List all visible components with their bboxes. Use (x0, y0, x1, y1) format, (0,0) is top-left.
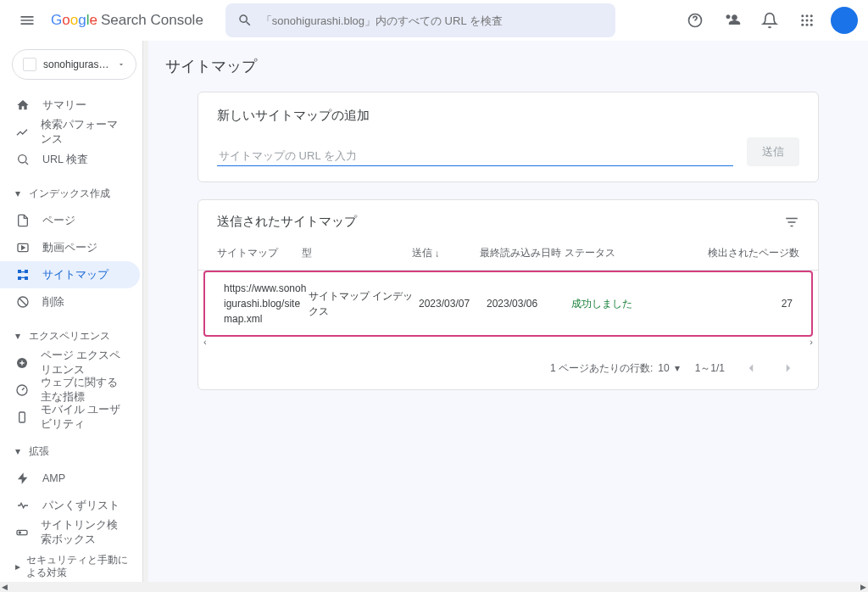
section-label: インデックス作成 (29, 187, 110, 200)
cell-status: 成功しました (571, 296, 656, 311)
menu-button[interactable] (10, 3, 44, 37)
nav-label: URL 検査 (42, 153, 88, 167)
sitemap-icon (15, 268, 31, 282)
apps-icon (799, 13, 815, 28)
nav-amp[interactable]: AMP (0, 465, 140, 492)
svg-point-4 (801, 20, 804, 22)
svg-line-15 (19, 299, 26, 305)
nav-label: サマリー (42, 98, 86, 113)
property-selector[interactable]: sonohigurashi.blog (12, 49, 136, 80)
cell-sent: 2023/03/07 (419, 296, 487, 311)
col-sitemap[interactable]: サイトマップ (217, 247, 302, 260)
table-header-row: サイトマップ 型 送信↓ 最終読み込み日時 ステータス 検出されたページ数 (198, 237, 818, 271)
filter-icon (784, 215, 799, 230)
product-name: Search Console (101, 12, 203, 29)
cell-sitemap: https://www.sonohigurashi.blog/sitemap.x… (224, 281, 309, 327)
nav-label: ページ (42, 214, 75, 228)
nav-section-indexing[interactable]: ▾ インデックス作成 (0, 180, 148, 207)
nav-section-security[interactable]: ▸ セキュリティと手動による対策 (0, 553, 148, 580)
cell-last-read: 2023/03/06 (487, 296, 571, 311)
nav-label: ウェブに関する主な指標 (41, 376, 125, 405)
table-row[interactable]: https://www.sonohigurashi.blog/sitemap.x… (205, 272, 811, 335)
dropdown-icon (117, 60, 125, 69)
chevron-down-icon: ▾ (15, 187, 24, 199)
page-range: 1～1/1 (695, 361, 725, 376)
notifications-button[interactable] (753, 3, 787, 37)
col-type[interactable]: 型 (302, 247, 412, 260)
chevron-right-icon: ▸ (15, 561, 21, 572)
nav-mobile-usability[interactable]: モバイル ユーザビリティ (0, 404, 140, 431)
nav-breadcrumbs[interactable]: パンくずリスト (0, 492, 140, 519)
col-sent[interactable]: 送信↓ (412, 247, 480, 260)
search-box-icon (15, 526, 29, 539)
nav-video-pages[interactable]: 動画ページ (0, 234, 140, 261)
home-icon (15, 98, 31, 112)
search-icon (237, 13, 253, 28)
col-status[interactable]: ステータス (565, 247, 649, 260)
property-name: sonohigurashi.blog (43, 59, 110, 70)
nav-removals[interactable]: 削除 (0, 288, 140, 316)
svg-rect-18 (19, 412, 25, 422)
col-pages[interactable]: 検出されたページ数 (649, 247, 799, 260)
nav-label: サイトリンク検索ボックス (41, 518, 125, 547)
svg-point-20 (19, 532, 20, 533)
dropdown-icon[interactable]: ▾ (675, 362, 680, 374)
help-icon (687, 12, 704, 29)
bolt-icon (15, 472, 31, 485)
google-logo: Google (51, 12, 97, 29)
nav-sitelinks[interactable]: サイトリンク検索ボックス (0, 519, 140, 546)
chart-icon (15, 126, 29, 139)
cell-type: サイトマップ インデックス (309, 288, 419, 319)
chevron-down-icon: ▾ (15, 445, 24, 457)
card-title: 新しいサイトマップの追加 (217, 108, 799, 124)
card-title: 送信されたサイトマップ (217, 214, 357, 230)
prev-page-button[interactable] (740, 357, 762, 379)
sitemap-url-input[interactable] (217, 146, 733, 166)
nav-core-web-vitals[interactable]: ウェブに関する主な指標 (0, 377, 140, 404)
filter-button[interactable] (784, 215, 799, 230)
search-icon (15, 153, 31, 166)
h-scrollbar[interactable]: ‹› (198, 337, 818, 347)
svg-point-10 (19, 155, 26, 163)
help-button[interactable] (678, 3, 712, 37)
nav-url-inspect[interactable]: URL 検査 (0, 146, 140, 173)
chevron-left-icon (743, 360, 759, 376)
nav-performance[interactable]: 検索パフォーマンス (0, 119, 140, 146)
avatar[interactable] (831, 7, 858, 34)
submit-button[interactable]: 送信 (747, 137, 799, 166)
next-page-button[interactable] (777, 357, 799, 379)
svg-point-5 (806, 20, 809, 22)
sidebar: sonohigurashi.blog サマリー 検索パフォーマンス URL 検査… (0, 41, 148, 592)
bell-icon (761, 12, 778, 29)
nav-label: モバイル ユーザビリティ (41, 403, 125, 432)
nav-label: AMP (42, 472, 65, 484)
section-label: セキュリティと手動による対策 (26, 554, 133, 579)
rows-value[interactable]: 10 (658, 362, 669, 374)
nav-section-experience[interactable]: ▾ エクスペリエンス (0, 322, 148, 349)
nav-section-enhancements[interactable]: ▾ 拡張 (0, 438, 148, 465)
svg-point-7 (801, 24, 804, 26)
pagination: 1 ページあたりの行数: 10 ▾ 1～1/1 (198, 347, 818, 389)
apps-button[interactable] (790, 3, 824, 37)
nav-label: 検索パフォーマンス (41, 118, 125, 147)
search-input[interactable] (261, 14, 604, 27)
col-last-read[interactable]: 最終読み込み日時 (480, 247, 565, 260)
nav-page-experience[interactable]: ページ エクスペリエンス (0, 349, 140, 377)
users-button[interactable] (715, 3, 749, 37)
window-scrollbar[interactable]: ◀▶ (0, 582, 868, 592)
nav-summary[interactable]: サマリー (0, 92, 140, 119)
svg-point-9 (810, 24, 813, 26)
rows-label: 1 ページあたりの行数: (550, 361, 653, 376)
svg-point-2 (806, 14, 809, 17)
nav-pages[interactable]: ページ (0, 207, 140, 234)
sort-desc-icon: ↓ (435, 249, 440, 259)
svg-line-11 (25, 162, 28, 165)
page-title: サイトマップ (148, 41, 868, 92)
chevron-down-icon: ▾ (15, 330, 24, 342)
search-bar[interactable] (225, 3, 615, 37)
svg-point-6 (810, 20, 813, 22)
cell-pages: 27 (656, 296, 793, 311)
nav-sitemaps[interactable]: サイトマップ (0, 261, 140, 288)
nav-label: サイトマップ (42, 268, 108, 282)
submitted-sitemaps-card: 送信されたサイトマップ サイトマップ 型 送信↓ 最終読み込み日時 ステータス … (198, 199, 819, 390)
